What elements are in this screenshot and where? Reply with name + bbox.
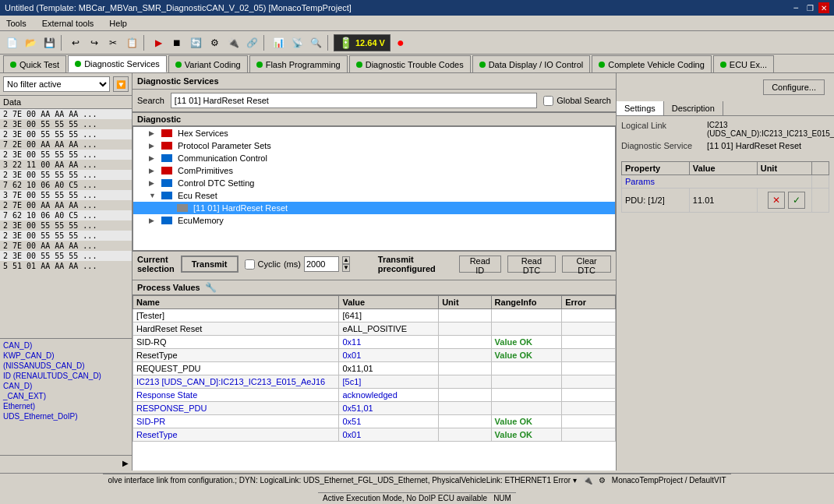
cell-unit	[439, 415, 491, 428]
toolbar-extra1[interactable]: 📊	[270, 34, 287, 51]
tab-settings[interactable]: Settings	[617, 101, 664, 115]
toolbar-run[interactable]: ▶	[150, 34, 167, 51]
tab-data-display[interactable]: Data Display / IO Control	[472, 55, 591, 72]
link-nissan[interactable]: (NISSANUDS_CAN_D)	[3, 361, 129, 371]
close-btn[interactable]: ✕	[818, 2, 829, 13]
cell-error	[562, 375, 616, 389]
tab-description[interactable]: Description	[664, 101, 723, 115]
toolbar-settings[interactable]: ⚙	[206, 34, 223, 51]
cell-value: 0x11,01	[339, 362, 439, 375]
pdu-x-button[interactable]: ✕	[768, 192, 785, 209]
link-can-ext[interactable]: _CAN_EXT)	[3, 391, 129, 401]
toolbar-redo[interactable]: ↪	[86, 34, 103, 51]
link-renault[interactable]: ID (RENAULTUDS_CAN_D)	[3, 371, 129, 381]
tree-ecu-memory[interactable]: ▶ EcuMemory	[146, 214, 615, 227]
ms-input[interactable]	[304, 256, 339, 272]
tab-complete-coding[interactable]: Complete Vehicle Coding	[592, 55, 712, 72]
expand-prim[interactable]: ▶	[149, 167, 158, 174]
clear-dtc-button[interactable]: Clear DTC	[562, 256, 611, 273]
maximize-btn[interactable]: ❐	[804, 2, 815, 13]
tree-hard-reset[interactable]: [11 01] HardReset Reset	[133, 202, 615, 214]
cell-error	[562, 415, 616, 428]
tree-comm-control[interactable]: ▶ Communication Control	[133, 152, 615, 164]
expand-ecu[interactable]: ▼	[149, 192, 158, 199]
cell-value: [5c1]	[339, 375, 439, 389]
read-dtc-button[interactable]: Read DTC	[507, 256, 557, 273]
tree-com-primitives[interactable]: ▶ ComPrimitives	[146, 164, 615, 177]
tab-quick-test[interactable]: Quick Test	[3, 55, 66, 72]
configure-button[interactable]: Configure...	[763, 79, 825, 95]
toolbar-connect[interactable]: 🔗	[243, 34, 260, 51]
toolbar-copy[interactable]: 📋	[123, 34, 140, 51]
toolbar-stop[interactable]: ⏹	[168, 34, 186, 51]
toolbar-save[interactable]: 💾	[41, 34, 58, 51]
list-item: 2 7E 00 AA AA AA ...	[0, 109, 132, 119]
transmit-button[interactable]: Transmit	[181, 256, 239, 273]
expand-memory[interactable]: ▶	[149, 217, 158, 224]
title-bar: Untitled (Template: MBCar_MBVan_SMR_Diag…	[0, 0, 834, 16]
link-uds-doip[interactable]: UDS_Ethernet_DoIP)	[3, 411, 129, 421]
cell-name[interactable]: Response State	[133, 389, 339, 402]
cell-name: REQUEST_PDU	[133, 362, 339, 375]
menu-tools[interactable]: Tools	[3, 17, 30, 30]
ms-down[interactable]: ▼	[342, 264, 350, 272]
expand-hex[interactable]: ▶	[149, 129, 158, 137]
tree-ecu-reset[interactable]: ▼ Ecu Reset	[133, 189, 615, 202]
global-search-checkbox[interactable]	[543, 96, 553, 106]
toolbar-extra2[interactable]: 📡	[288, 34, 306, 51]
filter-button[interactable]: 🔽	[113, 76, 129, 92]
cell-name[interactable]: ResetType	[133, 428, 339, 442]
tab-variant-coding[interactable]: Variant Coding	[168, 55, 248, 72]
menu-help[interactable]: Help	[106, 17, 130, 30]
toolbar-open[interactable]: 📂	[22, 34, 39, 51]
status-icon1[interactable]: 🔌	[583, 476, 592, 485]
cell-error	[562, 389, 616, 402]
expand-protocol[interactable]: ▶	[149, 142, 158, 150]
diag-service-row: Diagnostic Service [11 01] HardReset Res…	[621, 141, 829, 150]
cell-name[interactable]: IC213 [UDS_CAN_D]:IC213_IC213_E015_AeJ16	[133, 375, 339, 389]
toolbar: 📄 📂 💾 ↩ ↪ ✂ 📋 ▶ ⏹ 🔄 ⚙ 🔌 🔗 📊 📡 🔍 🔋 12.64 …	[0, 31, 834, 55]
menu-external-tools[interactable]: External tools	[39, 17, 97, 30]
tree-hex-services[interactable]: ▶ Hex Services	[146, 127, 615, 139]
toolbar-red-stop[interactable]: ●	[392, 34, 409, 51]
voltage-display: 🔋 12.64 V	[334, 34, 390, 51]
ms-up[interactable]: ▲	[342, 256, 350, 264]
filter-select[interactable]: No filter active	[3, 76, 110, 92]
cell-name[interactable]: RESPONSE_PDU	[133, 402, 339, 415]
link-ethernet[interactable]: Ethernet)	[3, 401, 129, 411]
read-id-button[interactable]: Read ID	[459, 256, 501, 273]
cell-range	[491, 389, 562, 402]
wrench-icon[interactable]: 🔧	[205, 282, 217, 293]
pdu-check-button[interactable]: ✓	[788, 192, 805, 209]
tab-diagnostic-services[interactable]: Diagnostic Services	[68, 55, 167, 72]
expand-comm[interactable]: ▶	[149, 154, 158, 162]
tab-dtc[interactable]: Diagnostic Trouble Codes	[349, 55, 471, 72]
cell-error	[562, 336, 616, 349]
col-value: Value	[339, 296, 439, 309]
status-icon2[interactable]: ⚙	[599, 476, 606, 485]
toolbar-undo[interactable]: ↩	[67, 34, 84, 51]
params-link[interactable]: Params	[625, 177, 655, 186]
toolbar-cut[interactable]: ✂	[104, 34, 122, 51]
expand-dtc[interactable]: ▶	[149, 179, 158, 187]
toolbar-new[interactable]: 📄	[3, 34, 20, 51]
toolbar-device[interactable]: 🔌	[224, 34, 242, 51]
tree-protocol-params[interactable]: ▶ Protocol Parameter Sets	[146, 139, 615, 152]
params-row: Params	[622, 175, 829, 189]
list-item: 3 22 11 00 AA AA ...	[0, 160, 132, 170]
search-input[interactable]	[171, 93, 537, 108]
scroll-arrow[interactable]: ▶	[122, 459, 129, 467]
link-can-d[interactable]: CAN_D)	[3, 340, 129, 351]
tab-ecu-ex[interactable]: ECU Ex...	[713, 55, 774, 72]
cyclic-checkbox[interactable]	[245, 259, 255, 270]
toolbar-refresh[interactable]: 🔄	[187, 34, 204, 51]
table-row: SID-RQ 0x11 Value OK	[133, 336, 616, 349]
cell-name[interactable]: SID-PR	[133, 415, 339, 428]
link-kwp[interactable]: KWP_CAN_D)	[3, 351, 129, 361]
icon-protocol	[161, 142, 172, 150]
toolbar-extra3[interactable]: 🔍	[307, 34, 324, 51]
tab-flash-programming[interactable]: Flash Programming	[249, 55, 348, 72]
link-can-d2[interactable]: CAN_D)	[3, 381, 129, 391]
tree-dtc-control[interactable]: ▶ Control DTC Setting	[133, 177, 615, 189]
minimize-btn[interactable]: −	[790, 2, 801, 13]
